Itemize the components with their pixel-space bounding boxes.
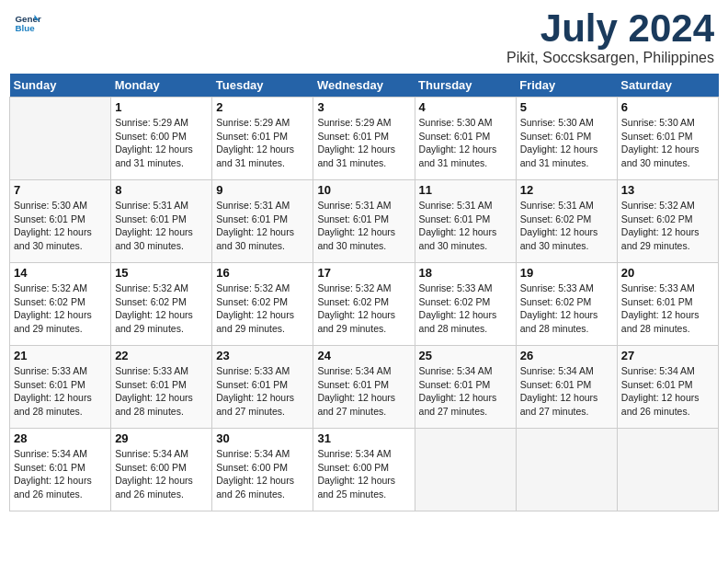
day-number: 6 <box>621 100 714 114</box>
calendar-cell: 2Sunrise: 5:29 AMSunset: 6:01 PMDaylight… <box>212 98 313 180</box>
logo-icon: General Blue <box>14 9 41 37</box>
page-header: General Blue July 2024 Pikit, Soccsksarg… <box>9 9 719 66</box>
day-number: 11 <box>419 183 512 197</box>
calendar-cell <box>10 98 111 180</box>
day-info: Sunrise: 5:34 AMSunset: 6:01 PMDaylight:… <box>14 447 107 501</box>
calendar-cell: 3Sunrise: 5:29 AMSunset: 6:01 PMDaylight… <box>313 98 415 180</box>
day-info: Sunrise: 5:34 AMSunset: 6:00 PMDaylight:… <box>115 447 208 501</box>
day-info: Sunrise: 5:34 AMSunset: 6:01 PMDaylight:… <box>621 364 714 419</box>
day-number: 2 <box>216 100 309 114</box>
day-info: Sunrise: 5:33 AMSunset: 6:01 PMDaylight:… <box>14 364 107 419</box>
day-info: Sunrise: 5:34 AMSunset: 6:01 PMDaylight:… <box>520 364 613 419</box>
day-info: Sunrise: 5:33 AMSunset: 6:02 PMDaylight:… <box>419 282 512 336</box>
day-number: 4 <box>419 100 512 114</box>
day-number: 16 <box>216 266 309 280</box>
weekday-header-thursday: Thursday <box>415 74 516 98</box>
day-number: 12 <box>520 183 613 197</box>
calendar-cell: 31Sunrise: 5:34 AMSunset: 6:00 PMDayligh… <box>313 429 415 511</box>
calendar-cell <box>415 429 516 511</box>
calendar-cell: 24Sunrise: 5:34 AMSunset: 6:01 PMDayligh… <box>313 346 415 429</box>
calendar-cell: 9Sunrise: 5:31 AMSunset: 6:01 PMDaylight… <box>212 180 313 263</box>
calendar-cell: 28Sunrise: 5:34 AMSunset: 6:01 PMDayligh… <box>10 429 111 511</box>
day-info: Sunrise: 5:31 AMSunset: 6:01 PMDaylight:… <box>115 199 208 253</box>
calendar-cell: 21Sunrise: 5:33 AMSunset: 6:01 PMDayligh… <box>10 346 111 429</box>
logo: General Blue <box>14 9 41 37</box>
day-info: Sunrise: 5:31 AMSunset: 6:01 PMDaylight:… <box>419 199 512 253</box>
calendar-cell: 15Sunrise: 5:32 AMSunset: 6:02 PMDayligh… <box>111 263 212 346</box>
day-info: Sunrise: 5:34 AMSunset: 6:00 PMDaylight:… <box>317 447 410 501</box>
day-info: Sunrise: 5:31 AMSunset: 6:01 PMDaylight:… <box>317 199 410 253</box>
day-info: Sunrise: 5:32 AMSunset: 6:02 PMDaylight:… <box>115 282 208 336</box>
weekday-header-saturday: Saturday <box>617 74 718 98</box>
calendar-cell: 18Sunrise: 5:33 AMSunset: 6:02 PMDayligh… <box>415 263 516 346</box>
day-info: Sunrise: 5:29 AMSunset: 6:00 PMDaylight:… <box>115 116 208 170</box>
weekday-header-monday: Monday <box>111 74 212 98</box>
day-info: Sunrise: 5:34 AMSunset: 6:01 PMDaylight:… <box>317 364 410 419</box>
day-number: 20 <box>621 266 714 280</box>
calendar-cell: 26Sunrise: 5:34 AMSunset: 6:01 PMDayligh… <box>516 346 617 429</box>
calendar-cell: 4Sunrise: 5:30 AMSunset: 6:01 PMDaylight… <box>415 98 516 180</box>
calendar-cell: 29Sunrise: 5:34 AMSunset: 6:00 PMDayligh… <box>111 429 212 511</box>
day-number: 31 <box>317 431 410 445</box>
calendar-cell: 22Sunrise: 5:33 AMSunset: 6:01 PMDayligh… <box>111 346 212 429</box>
day-number: 7 <box>14 183 107 197</box>
calendar-cell: 14Sunrise: 5:32 AMSunset: 6:02 PMDayligh… <box>10 263 111 346</box>
calendar-cell: 25Sunrise: 5:34 AMSunset: 6:01 PMDayligh… <box>415 346 516 429</box>
calendar-cell: 27Sunrise: 5:34 AMSunset: 6:01 PMDayligh… <box>617 346 718 429</box>
day-number: 22 <box>115 349 208 362</box>
weekday-header-tuesday: Tuesday <box>212 74 313 98</box>
day-number: 23 <box>216 349 309 362</box>
day-info: Sunrise: 5:32 AMSunset: 6:02 PMDaylight:… <box>317 282 410 336</box>
calendar-cell <box>617 429 718 511</box>
day-info: Sunrise: 5:33 AMSunset: 6:01 PMDaylight:… <box>621 282 714 336</box>
day-info: Sunrise: 5:34 AMSunset: 6:01 PMDaylight:… <box>419 364 512 419</box>
day-info: Sunrise: 5:33 AMSunset: 6:01 PMDaylight:… <box>216 364 309 419</box>
day-number: 19 <box>520 266 613 280</box>
calendar-table: SundayMondayTuesdayWednesdayThursdayFrid… <box>9 74 719 511</box>
location: Pikit, Soccsksargen, Philippines <box>506 50 714 66</box>
calendar-cell: 10Sunrise: 5:31 AMSunset: 6:01 PMDayligh… <box>313 180 415 263</box>
day-number: 1 <box>115 100 208 114</box>
day-info: Sunrise: 5:30 AMSunset: 6:01 PMDaylight:… <box>419 116 512 170</box>
day-info: Sunrise: 5:30 AMSunset: 6:01 PMDaylight:… <box>621 116 714 170</box>
calendar-cell: 16Sunrise: 5:32 AMSunset: 6:02 PMDayligh… <box>212 263 313 346</box>
calendar-cell: 8Sunrise: 5:31 AMSunset: 6:01 PMDaylight… <box>111 180 212 263</box>
day-number: 8 <box>115 183 208 197</box>
day-number: 5 <box>520 100 613 114</box>
day-number: 14 <box>14 266 107 280</box>
calendar-cell: 1Sunrise: 5:29 AMSunset: 6:00 PMDaylight… <box>111 98 212 180</box>
day-info: Sunrise: 5:32 AMSunset: 6:02 PMDaylight:… <box>621 199 714 253</box>
day-number: 25 <box>419 349 512 362</box>
title-block: July 2024 Pikit, Soccsksargen, Philippin… <box>506 9 714 66</box>
day-info: Sunrise: 5:29 AMSunset: 6:01 PMDaylight:… <box>216 116 309 170</box>
calendar-cell: 13Sunrise: 5:32 AMSunset: 6:02 PMDayligh… <box>617 180 718 263</box>
day-info: Sunrise: 5:29 AMSunset: 6:01 PMDaylight:… <box>317 116 410 170</box>
day-info: Sunrise: 5:32 AMSunset: 6:02 PMDaylight:… <box>14 282 107 336</box>
day-info: Sunrise: 5:32 AMSunset: 6:02 PMDaylight:… <box>216 282 309 336</box>
day-number: 29 <box>115 431 208 445</box>
calendar-cell: 30Sunrise: 5:34 AMSunset: 6:00 PMDayligh… <box>212 429 313 511</box>
day-number: 28 <box>14 431 107 445</box>
calendar-cell: 11Sunrise: 5:31 AMSunset: 6:01 PMDayligh… <box>415 180 516 263</box>
weekday-header-friday: Friday <box>516 74 617 98</box>
calendar-cell: 7Sunrise: 5:30 AMSunset: 6:01 PMDaylight… <box>10 180 111 263</box>
day-number: 17 <box>317 266 410 280</box>
day-number: 3 <box>317 100 410 114</box>
day-number: 13 <box>621 183 714 197</box>
day-number: 30 <box>216 431 309 445</box>
calendar-cell: 6Sunrise: 5:30 AMSunset: 6:01 PMDaylight… <box>617 98 718 180</box>
day-number: 10 <box>317 183 410 197</box>
day-number: 15 <box>115 266 208 280</box>
day-info: Sunrise: 5:30 AMSunset: 6:01 PMDaylight:… <box>14 199 107 253</box>
day-info: Sunrise: 5:30 AMSunset: 6:01 PMDaylight:… <box>520 116 613 170</box>
day-info: Sunrise: 5:34 AMSunset: 6:00 PMDaylight:… <box>216 447 309 501</box>
day-number: 27 <box>621 349 714 362</box>
calendar-cell: 19Sunrise: 5:33 AMSunset: 6:02 PMDayligh… <box>516 263 617 346</box>
calendar-cell: 17Sunrise: 5:32 AMSunset: 6:02 PMDayligh… <box>313 263 415 346</box>
day-number: 21 <box>14 349 107 362</box>
calendar-cell: 12Sunrise: 5:31 AMSunset: 6:02 PMDayligh… <box>516 180 617 263</box>
day-number: 9 <box>216 183 309 197</box>
day-info: Sunrise: 5:33 AMSunset: 6:01 PMDaylight:… <box>115 364 208 419</box>
calendar-cell: 20Sunrise: 5:33 AMSunset: 6:01 PMDayligh… <box>617 263 718 346</box>
day-info: Sunrise: 5:31 AMSunset: 6:01 PMDaylight:… <box>216 199 309 253</box>
